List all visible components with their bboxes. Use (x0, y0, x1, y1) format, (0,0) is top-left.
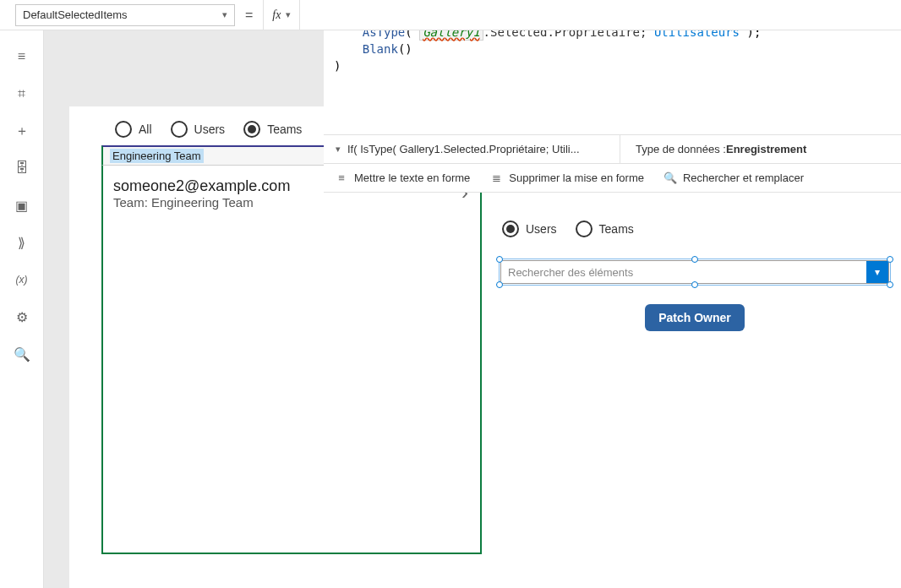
formula-snippet-text: If( IsType( Gallery1.Selected.Propriétai… (347, 143, 580, 155)
property-dropdown-value: DefaultSelectedItems (23, 8, 128, 21)
chevron-down-icon: ▾ (222, 9, 227, 20)
equals-label: = (245, 8, 253, 23)
gallery-item-subtitle: Team: Engineering Team (113, 195, 470, 210)
tools-icon[interactable]: ⚙ (13, 308, 31, 326)
format-text-button[interactable]: ≡ Mettre le texte en forme (336, 172, 470, 184)
chevron-down-icon: ▾ (336, 144, 341, 155)
left-rail: ≡ ⌗ ＋ 🗄 ▣ ⟫ (x) ⚙ 🔍 (0, 30, 44, 588)
right-panel: Users Teams ▾ Patch Owne (500, 213, 889, 331)
media-icon[interactable]: ▣ (13, 196, 31, 215)
fx-label: fx (272, 8, 281, 22)
radio-users-right[interactable]: Users (502, 220, 557, 237)
formula-subbar: ▾ If( IsType( Gallery1.Selected.Propriét… (324, 135, 901, 164)
insert-icon[interactable]: ＋ (13, 122, 31, 140)
find-replace-button[interactable]: 🔍 Rechercher et remplacer (664, 172, 804, 184)
gallery-body[interactable]: someone2@example.com Team: Engineering T… (101, 166, 482, 554)
radio-users[interactable]: Users (171, 121, 226, 138)
datatype-label: Type de données :Enregistrement (620, 135, 822, 163)
radio-teams[interactable]: Teams (243, 121, 302, 138)
data-icon[interactable]: 🗄 (13, 159, 31, 177)
advanced-icon[interactable]: ⟫ (13, 233, 31, 252)
combobox-toggle-button[interactable]: ▾ (866, 261, 888, 283)
chevron-down-icon: ▾ (875, 266, 880, 278)
search-input[interactable] (501, 266, 866, 279)
search-icon[interactable]: 🔍 (13, 345, 31, 363)
clear-format-icon: ≣ (490, 172, 502, 184)
radio-teams-right[interactable]: Teams (576, 220, 634, 237)
search-combobox[interactable]: ▾ (500, 260, 889, 284)
tree-icon[interactable]: ⌗ (13, 84, 31, 103)
variables-icon[interactable]: (x) (13, 270, 31, 289)
format-icon: ≡ (336, 172, 347, 184)
chevron-down-icon: ▾ (286, 9, 291, 20)
patch-owner-button[interactable]: Patch Owner (645, 304, 745, 331)
formula-tools: ≡ Mettre le texte en forme ≣ Supprimer l… (324, 164, 901, 193)
fx-button[interactable]: fx ▾ (263, 0, 300, 30)
hamburger-icon[interactable]: ≡ (13, 47, 31, 66)
selected-combobox-wrapper: ▾ (500, 260, 889, 284)
property-dropdown[interactable]: DefaultSelectedItems ▾ (15, 4, 235, 26)
clear-format-button[interactable]: ≣ Supprimer la mise en forme (490, 172, 644, 184)
radio-all[interactable]: All (115, 121, 152, 138)
search-icon: 🔍 (664, 172, 676, 184)
formula-snippet[interactable]: ▾ If( IsType( Gallery1.Selected.Propriét… (324, 143, 620, 155)
right-radio-row: Users Teams (500, 213, 889, 245)
top-bar: DefaultSelectedItems ▾ = fx ▾ (0, 0, 901, 30)
